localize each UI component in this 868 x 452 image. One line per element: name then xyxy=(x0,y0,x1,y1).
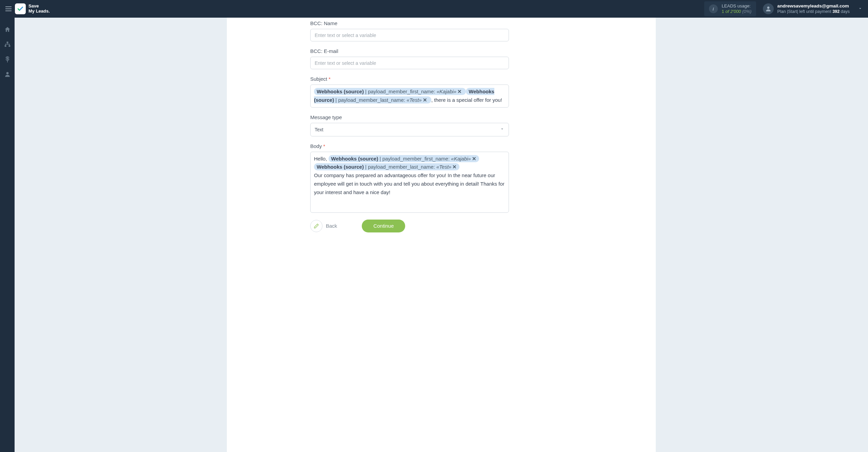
close-icon[interactable]: ✕ xyxy=(452,164,457,170)
bcc-name-input[interactable] xyxy=(310,29,509,41)
logo-mark-icon xyxy=(15,3,26,14)
main-content: BCC: Name BCC: E-mail Subject* Webhooks … xyxy=(15,18,868,452)
svg-point-4 xyxy=(6,72,8,74)
form-card: BCC: Name BCC: E-mail Subject* Webhooks … xyxy=(227,18,656,452)
close-icon[interactable]: ✕ xyxy=(472,156,476,162)
body-paragraph-text: Our company has prepared an advantageous… xyxy=(314,171,505,196)
topbar: Save My Leads. i LEADS usage: 1 of 2'000… xyxy=(0,0,868,18)
variable-tag[interactable]: Webhooks (source) | payload_member_first… xyxy=(329,155,479,162)
continue-button[interactable]: Continue xyxy=(362,220,405,232)
leads-usage-box: i LEADS usage: 1 of 2'000 (0%) xyxy=(704,1,756,17)
hamburger-icon[interactable] xyxy=(5,6,12,12)
subject-label: Subject* xyxy=(310,76,509,82)
home-icon[interactable] xyxy=(4,26,11,33)
subject-input[interactable]: Webhooks (source) | payload_member_first… xyxy=(310,84,509,108)
sidebar xyxy=(0,18,15,452)
sitemap-icon[interactable] xyxy=(4,41,11,48)
back-button[interactable]: Back xyxy=(310,220,337,232)
button-row: Back Continue xyxy=(310,220,509,232)
message-type-select[interactable]: Text xyxy=(310,123,509,136)
chevron-down-icon xyxy=(500,127,505,132)
logo-text: Save My Leads. xyxy=(28,4,50,14)
body-hello-text: Hello, xyxy=(314,156,329,162)
close-icon[interactable]: ✕ xyxy=(457,89,462,94)
bcc-email-group: BCC: E-mail xyxy=(310,48,509,69)
user-icon[interactable] xyxy=(4,71,11,78)
body-input[interactable]: Hello, Webhooks (source) | payload_membe… xyxy=(310,152,509,213)
topbar-left: Save My Leads. xyxy=(5,3,50,14)
subject-trailing-text: , there is a special offer for you! xyxy=(431,97,502,103)
logo[interactable]: Save My Leads. xyxy=(15,3,50,14)
dollar-icon[interactable] xyxy=(4,56,11,63)
usage-text: LEADS usage: 1 of 2'000 (0%) xyxy=(722,3,752,15)
svg-rect-1 xyxy=(6,42,8,43)
user-text: andrewsavemyleads@gmail.com Plan |Start|… xyxy=(777,3,850,15)
variable-tag[interactable]: Webhooks (source) | payload_member_last_… xyxy=(314,163,459,170)
user-menu[interactable]: andrewsavemyleads@gmail.com Plan |Start|… xyxy=(763,3,863,15)
avatar-icon xyxy=(763,3,774,14)
bcc-email-input[interactable] xyxy=(310,57,509,69)
bcc-name-label: BCC: Name xyxy=(310,20,509,26)
body-group: Body* Hello, Webhooks (source) | payload… xyxy=(310,143,509,213)
svg-rect-3 xyxy=(8,45,10,47)
chevron-down-icon[interactable] xyxy=(858,6,863,12)
variable-tag[interactable]: Webhooks (source) | payload_member_first… xyxy=(314,88,466,95)
svg-rect-2 xyxy=(4,45,6,47)
message-type-label: Message type xyxy=(310,114,509,120)
info-icon: i xyxy=(709,4,718,13)
body-label: Body* xyxy=(310,143,509,149)
bcc-email-label: BCC: E-mail xyxy=(310,48,509,54)
svg-point-0 xyxy=(767,6,770,9)
close-icon[interactable]: ✕ xyxy=(423,97,427,103)
bcc-name-group: BCC: Name xyxy=(310,20,509,41)
message-type-group: Message type Text xyxy=(310,114,509,136)
pencil-icon xyxy=(310,220,322,232)
subject-group: Subject* Webhooks (source) | payload_mem… xyxy=(310,76,509,108)
